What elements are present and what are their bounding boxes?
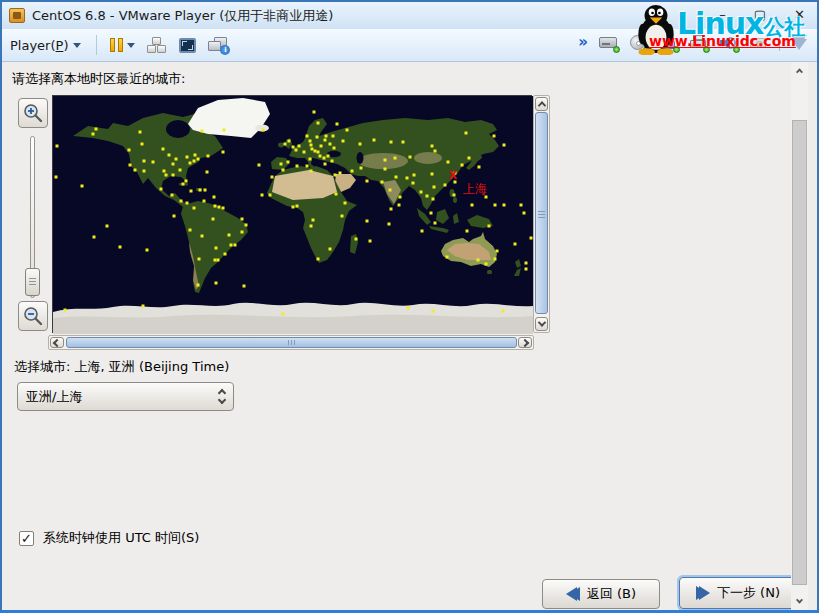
cycle-displays-button[interactable]: i (202, 34, 234, 56)
player-menu[interactable]: Player(P) (2, 34, 89, 57)
next-arrow-icon (699, 586, 710, 600)
scroll-down-button[interactable] (791, 593, 808, 610)
chevron-left-icon (53, 338, 61, 346)
scroll-thumb[interactable] (792, 120, 807, 585)
back-arrow-icon (566, 587, 577, 601)
chevron-up-icon (796, 68, 803, 75)
map-zoom-slider-handle[interactable] (25, 268, 40, 296)
utc-checkbox-row[interactable]: ✓ 系统时钟使用 UTC 时间(S) (19, 529, 199, 547)
utc-checkbox[interactable]: ✓ (19, 531, 34, 546)
pause-icon (110, 38, 123, 52)
selected-city-line: 选择城市: 上海, 亚洲 (Beijing Time) (14, 358, 229, 376)
map-vertical-scrollbar[interactable] (533, 95, 550, 333)
scroll-up-button[interactable] (791, 62, 808, 79)
world-map[interactable]: X 上海 (52, 95, 532, 333)
harddisk-device-icon[interactable] (599, 34, 618, 51)
chevron-down-icon (796, 597, 803, 604)
map-horizontal-scrollbar[interactable] (48, 335, 534, 350)
fullscreen-icon (179, 38, 196, 53)
timezone-value: 亚洲/上海 (26, 388, 82, 406)
scroll-up-button[interactable] (535, 97, 548, 111)
vm-app-icon (9, 8, 25, 23)
window-title: CentOS 6.8 - VMware Player (仅用于非商业用途) (32, 7, 333, 25)
utc-checkbox-label: 系统时钟使用 UTC 时间(S) (43, 529, 199, 547)
chevron-up-icon (537, 101, 545, 109)
chevron-down-icon (73, 43, 81, 48)
timezone-combobox[interactable]: 亚洲/上海 (17, 382, 234, 411)
map-zoom-in-button[interactable] (18, 98, 48, 128)
combo-chevrons-icon (219, 390, 225, 403)
suspend-vm-button[interactable] (104, 35, 141, 55)
keyboard-keys-icon (147, 37, 167, 53)
scroll-right-button[interactable] (518, 337, 532, 348)
map-zoom-out-button[interactable] (18, 301, 48, 331)
chevron-right-icon (521, 338, 529, 346)
vmware-player-window: CentOS 6.8 - VMware Player (仅用于非商业用途) – … (0, 0, 819, 613)
selected-city-label: 上海 (463, 182, 487, 196)
selected-city-marker: X (449, 169, 458, 182)
next-button[interactable]: 下一步 (N) (679, 577, 797, 609)
zoom-in-icon (22, 102, 44, 124)
zoom-out-icon (22, 305, 44, 327)
scroll-thumb[interactable] (535, 112, 548, 314)
send-ctrl-alt-del-button[interactable] (141, 34, 173, 56)
scroll-thumb[interactable] (66, 337, 517, 348)
timezone-prompt: 请选择离本地时区最近的城市: (12, 70, 185, 88)
chevron-down-icon (537, 318, 545, 326)
fullscreen-button[interactable] (173, 35, 202, 56)
scroll-left-button[interactable] (50, 337, 64, 348)
toolbar-separator (96, 35, 97, 55)
chevron-down-icon (127, 43, 135, 48)
vm-vertical-scrollbar[interactable] (791, 62, 808, 610)
linuxidc-logo: Linux公社 www.Linuxidc.com (635, 2, 815, 54)
overflow-chevron-icon[interactable]: » (578, 33, 588, 51)
scroll-down-button[interactable] (535, 317, 548, 331)
brand-url: www.Linuxidc.com (649, 33, 796, 49)
vm-console: 请选择离本地时区最近的城市: (2, 62, 817, 610)
multiple-monitors-icon: i (208, 37, 228, 53)
back-button[interactable]: 返回 (B) (542, 579, 660, 609)
